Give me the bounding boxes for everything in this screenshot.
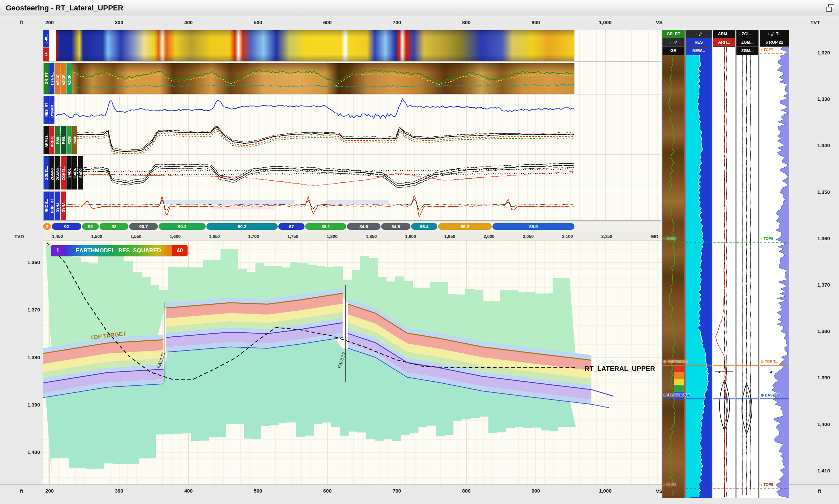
track-label[interactable]: ARH48... xyxy=(49,126,54,154)
track-label[interactable]: RES_RT xyxy=(43,96,49,124)
panel-header-label: ARH... xyxy=(718,40,730,45)
track-label[interactable]: 8.40... xyxy=(43,30,49,47)
track-row-arm-curves[interactable]: ARM82...ARH48...P28LP40LP28HP40H xyxy=(43,125,661,155)
well-label: RT_LATERAL_UPPER xyxy=(585,365,655,372)
md-tick: 1,650 xyxy=(201,234,228,239)
panel-header[interactable]: ↓T... xyxy=(760,30,789,38)
track-row-density[interactable]: RHOB...POR_RTDYNA...DYNA... xyxy=(43,191,661,221)
quality-pill[interactable]: 86.4 xyxy=(411,223,437,230)
res-content[interactable] xyxy=(686,55,712,498)
link-icon[interactable] xyxy=(673,40,677,45)
track-label[interactable]: SAD4 xyxy=(72,156,77,190)
left-arrow-marker-icon: ◄ xyxy=(717,370,721,374)
tvt-tick: 1,390 xyxy=(806,375,830,380)
arm-curves-plot xyxy=(56,126,574,155)
quality-pill[interactable]: 89.2 xyxy=(438,223,492,230)
track-label[interactable]: P28H xyxy=(66,126,72,154)
panel-header[interactable]: GR xyxy=(662,47,684,55)
vs-tick-top: 400 xyxy=(175,19,202,25)
panel-zg[interactable]: ZGL...ZGM...ZGM... xyxy=(736,30,758,498)
quality-pill[interactable]: 84.8 xyxy=(381,223,410,230)
track-row-zg-curves[interactable]: ZGL11...ZGM48...ZGM80...ZGH48...SAD1SAD4… xyxy=(43,156,661,190)
track-label[interactable]: ZGL11... xyxy=(43,156,49,190)
unit-ft-right: ft xyxy=(818,488,821,494)
quality-pill[interactable]: 84.6 xyxy=(347,223,380,230)
panel-header[interactable]: ZGM... xyxy=(736,47,758,55)
panel-header[interactable]: GR_RT xyxy=(662,30,684,38)
panel-header[interactable]: ZGM... xyxy=(736,38,758,47)
track-label[interactable]: ZGM48... xyxy=(49,156,54,190)
quality-pill[interactable]: 88.1 xyxy=(305,223,346,230)
rop-content[interactable]: ◄ xyxy=(760,47,789,498)
track-label[interactable]: ZGM80... xyxy=(55,156,60,190)
track-label[interactable]: 14 xyxy=(43,47,49,61)
track-label[interactable]: AZIGR... xyxy=(55,63,60,94)
panel-rop[interactable]: ↓T...6 ROP 22◄ xyxy=(760,30,789,498)
track-label[interactable]: P40H xyxy=(72,126,77,154)
panel-gr[interactable]: GR_RT↓GR xyxy=(662,30,685,498)
track-label[interactable]: POR_RT xyxy=(49,192,54,220)
md-tick: 1,850 xyxy=(358,234,385,239)
panel-res[interactable]: ↓RESNEW... xyxy=(685,30,712,498)
tvt-tick: 1,330 xyxy=(806,96,830,102)
vs-tick-top: 500 xyxy=(244,19,271,25)
crossplot[interactable]: FAULT1FAULT2RT_LATERAL_UPPERTOP TARGET xyxy=(43,241,661,485)
strat-band xyxy=(674,385,684,392)
panel-header[interactable]: ARM... xyxy=(713,30,735,38)
track-row-resistivity[interactable]: RES_RTDYNAM... xyxy=(43,95,661,124)
track-label[interactable]: DYNA... xyxy=(55,192,60,220)
panel-header[interactable]: ARH... xyxy=(713,38,735,47)
link-icon[interactable] xyxy=(770,32,775,36)
track-label[interactable]: ARM82... xyxy=(43,126,49,154)
marker-label: ↓ TOP9 xyxy=(761,483,773,487)
panel-header[interactable]: RES xyxy=(686,38,712,47)
quality-pill[interactable]: 92 xyxy=(100,223,128,230)
colormap-legend[interactable]: 1 EARTHMODEL_RES_SQUARED 40 xyxy=(51,245,188,256)
panel-header[interactable]: ↓ xyxy=(662,38,684,47)
track-row-gamma-image[interactable]: GR_RTDYNA...AZIGR...AZIGR...AZIGR... xyxy=(43,63,661,94)
track-label[interactable]: DYNAM... xyxy=(49,96,54,124)
quality-pill[interactable]: 87 xyxy=(278,223,305,230)
quality-pill[interactable]: 90.2 xyxy=(159,223,206,230)
track-label[interactable]: SAD1 xyxy=(66,156,72,190)
track-label[interactable]: GR_RT xyxy=(43,63,49,94)
title-bar: Geosteering - RT_Lateral_UPPER xyxy=(0,0,839,16)
vs-tick-bottom: 700 xyxy=(383,488,410,493)
down-arrow-icon[interactable]: ↓ xyxy=(670,40,672,45)
zg-content[interactable] xyxy=(736,55,758,498)
down-arrow-icon[interactable]: ↓ xyxy=(695,32,697,36)
quality-pill[interactable]: 89.2 xyxy=(207,223,278,230)
track-label[interactable]: DYNA... xyxy=(49,63,54,94)
quality-pill[interactable]: 88.9 xyxy=(493,223,574,230)
track-label[interactable]: ZGH48... xyxy=(60,156,66,190)
marker-label: ↑ TOP8 xyxy=(663,236,676,240)
track-label[interactable]: AZIGR... xyxy=(60,63,66,94)
zg-curve-area xyxy=(736,55,758,498)
link-icon[interactable] xyxy=(698,32,702,36)
panel-arm[interactable]: ARM...ARH...◄ xyxy=(713,30,735,498)
arm-content[interactable]: ◄ xyxy=(713,47,735,498)
track-label[interactable]: AZIGR... xyxy=(66,63,72,94)
azimuthal-image-shading xyxy=(56,30,574,61)
panel-header[interactable]: NEW... xyxy=(686,47,712,55)
panel-header[interactable]: ↓ xyxy=(686,30,712,38)
track-label[interactable]: P28L xyxy=(55,126,60,154)
rop-fill xyxy=(771,47,789,498)
gr-content[interactable] xyxy=(662,55,684,498)
quality-pill[interactable]: 2 xyxy=(43,223,51,230)
tvd-axis-label: TVD xyxy=(15,234,24,239)
panel-header[interactable]: 6 ROP 22 xyxy=(760,38,789,47)
track-label[interactable]: P40L xyxy=(60,126,66,154)
panel-header-label: RES xyxy=(694,40,703,45)
tvt-tick: 1,350 xyxy=(806,189,830,195)
restore-window-button[interactable] xyxy=(825,4,835,12)
quality-pill[interactable]: 92 xyxy=(82,223,99,230)
track-row-azimuthal-image[interactable]: 8.40...14 xyxy=(43,30,661,62)
track-label[interactable]: SAD2 xyxy=(78,156,83,190)
quality-pill[interactable]: 90.7 xyxy=(129,223,158,230)
down-arrow-icon[interactable]: ↓ xyxy=(767,32,769,36)
track-label[interactable]: RHOB... xyxy=(43,192,49,220)
track-label[interactable]: DYNA... xyxy=(60,192,66,220)
quality-pill[interactable]: 92 xyxy=(52,223,81,230)
panel-header[interactable]: ZGL... xyxy=(736,30,758,38)
